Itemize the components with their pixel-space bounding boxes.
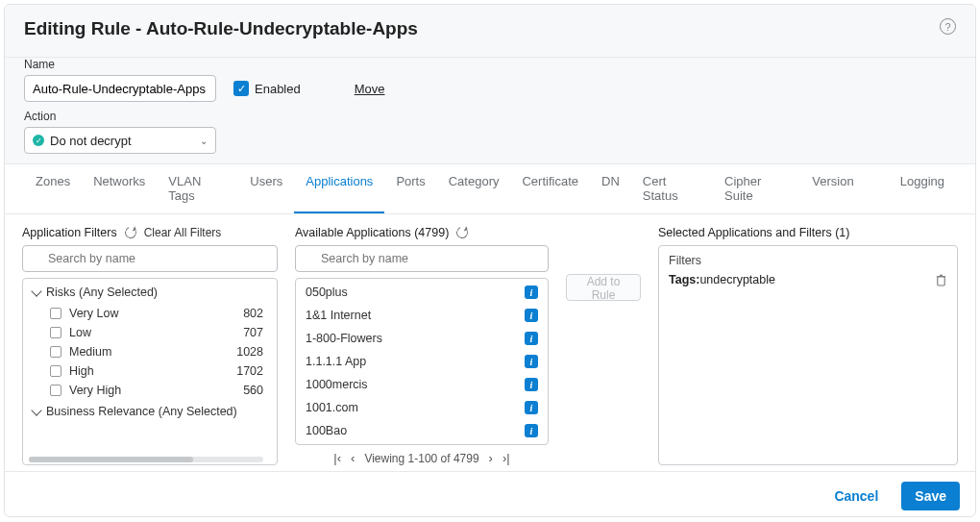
filter-label: Very Low (69, 307, 118, 320)
checkbox[interactable] (50, 308, 61, 319)
pager-text: Viewing 1-100 of 4799 (364, 452, 478, 465)
chevron-down-icon (31, 405, 41, 415)
filter-item[interactable]: Very Low802 (23, 304, 277, 323)
checkbox[interactable] (50, 385, 61, 396)
tab-bar: Zones Networks VLAN Tags Users Applicati… (5, 164, 975, 214)
app-item[interactable]: 100Baoi (296, 419, 548, 442)
app-label: 1000mercis (306, 378, 368, 391)
chevron-down-icon (31, 286, 41, 296)
svg-rect-4 (938, 277, 944, 286)
filters-search-input[interactable] (22, 245, 278, 272)
available-search-input[interactable] (295, 245, 549, 272)
filter-count: 1028 (236, 345, 267, 359)
chevron-down-icon: ⌄ (200, 136, 208, 146)
info-icon[interactable]: i (525, 355, 538, 368)
action-select[interactable]: ✓ Do not decrypt ⌄ (24, 127, 216, 154)
info-icon[interactable]: i (525, 424, 538, 437)
selected-tag-key: Tags: (669, 273, 699, 286)
app-item[interactable]: 1000mercisi (296, 373, 548, 396)
info-icon[interactable]: i (525, 401, 538, 414)
filter-label: Low (69, 326, 91, 339)
app-item[interactable]: 1-800-Flowersi (296, 327, 548, 350)
tab-logging[interactable]: Logging (889, 164, 956, 213)
filter-item[interactable]: Very High560 (23, 381, 277, 400)
horizontal-scrollbar[interactable] (29, 457, 263, 462)
tab-cert-status[interactable]: Cert Status (631, 164, 713, 213)
app-label: 1&1 Internet (306, 309, 371, 322)
checkbox[interactable] (50, 327, 61, 338)
filter-count: 560 (243, 384, 267, 397)
clear-all-filters[interactable]: Clear All Filters (144, 226, 222, 239)
filters-title: Application Filters (22, 226, 117, 239)
add-to-rule-button[interactable]: Add to Rule (566, 274, 641, 301)
app-item[interactable]: 1.1.1.1 Appi (296, 350, 548, 373)
tab-vlan-tags[interactable]: VLAN Tags (157, 164, 238, 213)
filter-label: Very High (69, 384, 121, 397)
info-icon[interactable]: i (525, 378, 538, 391)
tab-cipher-suite[interactable]: Cipher Suite (713, 164, 800, 213)
selected-filter-item[interactable]: Tags:undecryptable (659, 270, 957, 290)
filter-count: 1702 (236, 364, 267, 378)
pager-last[interactable]: ›| (502, 451, 510, 465)
name-label: Name (24, 58, 216, 71)
filter-item[interactable]: Low707 (23, 323, 277, 342)
selected-tag-val: undecryptable (699, 273, 775, 286)
filter-label: Medium (69, 345, 111, 359)
checkbox[interactable] (50, 365, 61, 377)
refresh-icon[interactable] (123, 225, 138, 240)
tab-dn[interactable]: DN (590, 164, 631, 213)
checkbox[interactable] (50, 346, 61, 358)
tab-users[interactable]: Users (238, 164, 294, 213)
filter-count: 802 (243, 307, 267, 320)
app-label: 1001.com (306, 401, 358, 414)
pager-first[interactable]: |‹ (333, 451, 341, 465)
filters-panel[interactable]: Risks (Any Selected) Very Low802 Low707 … (22, 278, 278, 465)
filter-count: 707 (243, 326, 267, 339)
enabled-label: Enabled (255, 82, 301, 96)
action-label: Action (24, 110, 956, 123)
filter-group-risks[interactable]: Risks (Any Selected) (23, 281, 277, 304)
app-item[interactable]: 1&1 Interneti (296, 304, 548, 327)
app-label: 1.1.1.1 App (306, 355, 366, 368)
pager: |‹ ‹ Viewing 1-100 of 4799 › ›| (295, 445, 549, 465)
filter-item[interactable]: High1702 (23, 361, 277, 381)
tab-ports[interactable]: Ports (384, 164, 436, 213)
enabled-checkbox[interactable]: ✓ (233, 81, 249, 96)
dont-decrypt-icon: ✓ (33, 135, 44, 146)
info-icon[interactable]: i (525, 309, 538, 322)
cancel-button[interactable]: Cancel (822, 483, 890, 510)
save-button[interactable]: Save (901, 482, 960, 510)
filter-item[interactable]: Medium1028 (23, 342, 277, 361)
tab-networks[interactable]: Networks (82, 164, 157, 213)
available-title: Available Applications (4799) (295, 226, 449, 239)
rule-name-input[interactable] (24, 75, 216, 102)
move-link[interactable]: Move (355, 75, 385, 102)
app-label: 1-800-Flowers (306, 332, 382, 345)
footer: Cancel Save (5, 471, 975, 520)
selected-title: Selected Applications and Filters (1) (658, 226, 849, 239)
filter-group-business-relevance[interactable]: Business Relevance (Any Selected) (23, 400, 277, 423)
action-value: Do not decrypt (50, 134, 200, 148)
selected-panel[interactable]: Filters Tags:undecryptable (658, 245, 958, 465)
tab-applications[interactable]: Applications (294, 164, 384, 213)
app-label: 050plus (306, 286, 348, 299)
pager-prev[interactable]: ‹ (351, 451, 355, 465)
app-item[interactable]: 1001.comi (296, 396, 548, 419)
info-icon[interactable]: i (525, 286, 538, 299)
help-icon[interactable]: ? (940, 18, 956, 35)
available-panel[interactable]: 050plusi 1&1 Interneti 1-800-Flowersi 1.… (295, 278, 549, 445)
rule-form: Name ✓ Enabled Move Action ✓ Do not decr… (5, 58, 975, 164)
tab-certificate[interactable]: Certificate (510, 164, 590, 213)
refresh-icon[interactable] (454, 225, 470, 240)
pager-next[interactable]: › (489, 451, 493, 465)
selected-filters-heading: Filters (659, 248, 957, 270)
filter-label: High (69, 364, 94, 378)
page-title: Editing Rule - Auto-Rule-Undecryptable-A… (24, 18, 418, 39)
tab-category[interactable]: Category (437, 164, 511, 213)
app-item[interactable]: 050plusi (296, 281, 548, 304)
app-label: 100Bao (306, 424, 347, 437)
info-icon[interactable]: i (525, 332, 538, 345)
tab-version[interactable]: Version (800, 164, 865, 213)
tab-zones[interactable]: Zones (24, 164, 82, 213)
trash-icon[interactable] (935, 273, 947, 287)
